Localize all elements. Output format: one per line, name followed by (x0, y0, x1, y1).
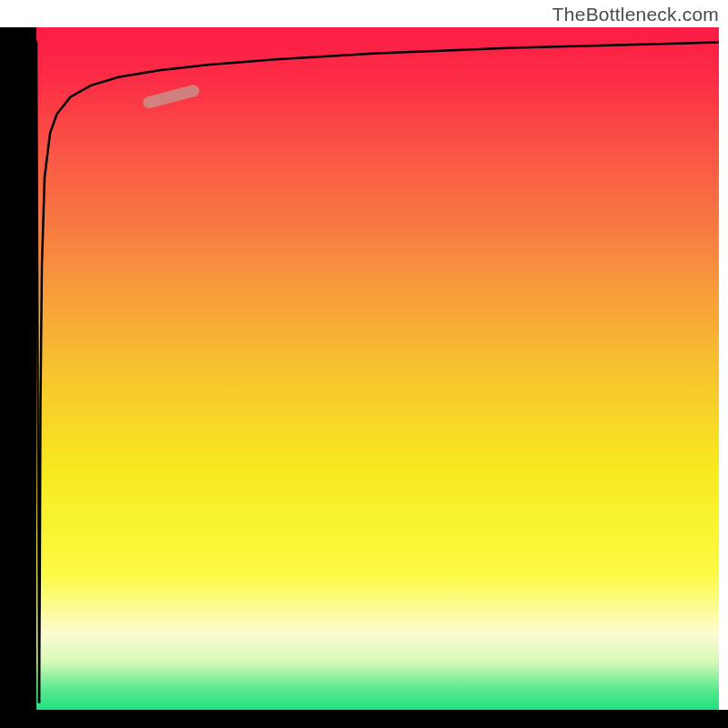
chart-container: TheBottleneck.com (0, 0, 728, 728)
axis-bottom (0, 710, 728, 728)
watermark-text: TheBottleneck.com (552, 4, 719, 25)
chart-svg (0, 0, 728, 728)
axis-left (0, 27, 36, 728)
plot-background (36, 27, 719, 710)
